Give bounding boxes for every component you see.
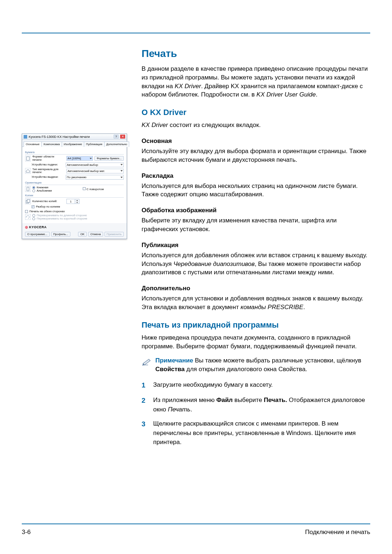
dialog-titlebar: Kyocera FS-1300D KX Настройки печати ? ✕ (22, 134, 127, 140)
page-icon (25, 156, 31, 161)
svg-rect-3 (27, 200, 30, 202)
tab-publishing: Публикация (84, 141, 105, 147)
cancel-button: Отмена (88, 232, 103, 237)
step-3-text: Щелкните раскрывающийся список с именами… (153, 419, 370, 447)
subhead-layout: Раскладка (142, 172, 370, 180)
step-3: 3 Щелкните раскрывающийся список с имена… (142, 419, 370, 447)
chevron-down-icon (90, 158, 92, 159)
dialog-title: Kyocera FS-1300D KX Настройки печати (29, 135, 112, 139)
about-button: О программе... (25, 232, 50, 237)
subhead-publishing: Публикация (142, 242, 370, 249)
top-rule (22, 33, 370, 33)
source-value: Автоматический выбор (67, 163, 98, 167)
chevron-down-icon (121, 164, 123, 165)
steps-list: 1 Загрузите необходимую бумагу в кассету… (142, 380, 370, 447)
app-intro-paragraph: Ниже приведена процедура печати документ… (142, 333, 370, 351)
duplex-label: Печать на обеих сторонах (29, 210, 65, 213)
imaging-paragraph: Выберите эту вкладку для изменения качес… (142, 216, 370, 234)
profile-button: Профиль... (51, 232, 70, 237)
rotate-checkbox (83, 187, 86, 190)
spin-down-icon: ▼ (75, 201, 79, 204)
svg-rect-0 (26, 157, 29, 160)
kx-driver-dialog-screenshot: Kyocera FS-1300D KX Настройки печати ? ✕… (22, 134, 127, 239)
print-size-select: A4 [100%] (66, 156, 93, 161)
apply-button: Применить (105, 232, 124, 237)
collate-label: Разбор по копиям (36, 205, 60, 208)
kyocera-logo: ◎ KYOCERA (25, 225, 127, 229)
step-number: 2 (142, 395, 149, 406)
step-1-text: Загрузите необходимую бумагу в кассету. (153, 380, 273, 390)
basic-paragraph: Используйте эту вкладку для выбора форма… (142, 147, 370, 164)
duplex-checkbox (25, 210, 28, 213)
tab-advanced: Дополнительно (104, 141, 130, 147)
page-number: 3-6 (22, 529, 31, 536)
note-text: Примечание Вы также можете выбрать разли… (155, 356, 370, 374)
copies-stepper: ▲▼ (66, 199, 79, 204)
radio-flip-long (32, 214, 35, 217)
chevron-down-icon (121, 170, 123, 172)
close-icon: ✕ (120, 135, 125, 139)
question-icon: ? (114, 135, 119, 139)
portrait-label: Книжная (37, 186, 48, 189)
kyocera-mark-icon: ◎ (25, 225, 28, 229)
ok-button: OK (78, 232, 87, 237)
radio-flip-short (32, 217, 35, 220)
output-value: По умолчанию (67, 176, 86, 179)
output-label: Устройство выдачи: (32, 176, 64, 179)
subhead-advanced: Дополнительно (142, 285, 370, 292)
advanced-paragraph: Используется для установки и добавления … (142, 294, 370, 312)
note-block: Примечание Вы также можете выбрать разли… (142, 356, 370, 374)
radio-landscape (32, 189, 35, 192)
copies-label: Количество копий: (32, 200, 65, 203)
tab-imaging: Изображение (62, 141, 84, 147)
copies-value (67, 199, 75, 204)
chevron-down-icon (121, 177, 123, 178)
paper-sizes-button: Форматы бумаги... (94, 156, 124, 161)
group-copies: Копии (25, 194, 124, 198)
step-2-text: Из приложения меню Файл выберите Печать.… (153, 395, 370, 414)
subhead-basic: Основная (142, 138, 370, 145)
flip-long-label: Переворачивать по длинной стороне (37, 214, 87, 217)
intro-paragraph: В данном разделе в качестве примера прив… (142, 65, 370, 99)
media-label: Тип материала для печати: (32, 168, 65, 175)
note-icon (142, 356, 152, 366)
kyocera-brand: KYOCERA (29, 225, 47, 229)
collate-checkbox: ✓ (32, 205, 34, 208)
heading-print: Печать (142, 48, 370, 59)
step-1: 1 Загрузите необходимую бумагу в кассету… (142, 380, 370, 391)
dialog-tabs: Основные Компоновка Изображение Публикац… (22, 140, 127, 147)
layout-paragraph: Используется для выбора нескольких стран… (142, 182, 370, 199)
bottom-rule (22, 524, 370, 524)
copies-icon (25, 198, 31, 204)
output-select: По умолчанию (66, 175, 124, 180)
flip-short-label: Переворачивать по короткой стороне (37, 217, 87, 220)
svg-rect-1 (27, 187, 29, 191)
kx-consists-paragraph: KX Driver состоит из следующих вкладок. (142, 121, 370, 130)
footer-chapter: Подключение и печать (305, 529, 370, 536)
tab-basic: Основные (24, 141, 42, 147)
dialog-footer: О программе... Профиль... OK Отмена Прим… (22, 230, 127, 237)
landscape-label: Альбомная (37, 189, 52, 192)
print-size-value: A4 [100%] (68, 157, 81, 160)
subhead-imaging: Обработка изображений (142, 207, 370, 214)
tray-icon (25, 168, 31, 174)
publishing-paragraph: Используется для добавления обложек или … (142, 251, 370, 277)
tab-layout: Компоновка (41, 141, 62, 147)
group-orientation: Ориентация (25, 181, 124, 185)
radio-portrait (32, 186, 35, 189)
step-2: 2 Из приложения меню Файл выберите Печат… (142, 395, 370, 414)
media-select: Автоматический выбор мат. (66, 169, 124, 173)
heading-print-from-app: Печать из прикладной программы (142, 320, 370, 330)
media-value: Автоматический выбор мат. (68, 169, 105, 173)
group-paper: Бумага (25, 151, 124, 155)
source-select: Автоматический выбор (66, 163, 124, 167)
source-label: Устройство подачи: (32, 163, 64, 167)
heading-about-kx: О KX Driver (142, 108, 370, 117)
step-number: 1 (142, 380, 149, 391)
flip-icon (25, 214, 31, 220)
note-label: Примечание (155, 357, 193, 364)
step-number: 3 (142, 419, 149, 430)
rotate-label: С поворотом (86, 188, 104, 191)
orientation-icon (25, 186, 31, 192)
print-area-label: Формат области печати: (32, 155, 65, 162)
